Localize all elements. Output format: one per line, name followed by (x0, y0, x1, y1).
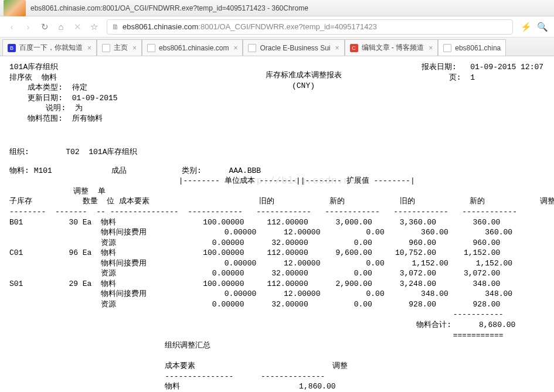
favicon (102, 44, 110, 52)
tab-0[interactable]: B百度一下，你就知道× (2, 39, 97, 56)
search-icon[interactable]: 🔍 (535, 22, 549, 32)
org-value: T02 101A库存组织 (66, 148, 137, 156)
item-range-label: 物料范围: (28, 114, 63, 123)
item-label: 物料: (9, 166, 29, 175)
favicon (443, 44, 451, 52)
window-title: ebs8061.chinasie.com:8001/OA_CGI/FNDWRR.… (30, 4, 550, 12)
data-table: |-------- 单位成本 --------||-------- 扩展值 --… (9, 176, 545, 340)
home-button[interactable]: ⌂ (54, 22, 68, 32)
page-label: 页: (449, 73, 461, 82)
report-currency: (CNY) (185, 81, 422, 91)
tab-1[interactable]: 主页× (97, 39, 142, 56)
favorite-button[interactable]: ☆ (87, 22, 101, 32)
tab-label: 百度一下，你就知道 (19, 43, 83, 53)
org-label: 组织: (9, 148, 29, 156)
watermark: http://blog.csdn.net/ (238, 176, 369, 186)
tabs-bar: B百度一下，你就知道×主页×ebs8061.chinasie.com×Oracl… (0, 38, 554, 56)
tab-4[interactable]: C编辑文章 - 博客频道× (345, 39, 439, 56)
tab-label: Oracle E-Business Sui (260, 44, 330, 52)
item-desc: 成品 (111, 166, 127, 175)
report-date-label: 报表日期: (422, 63, 457, 71)
favicon (147, 44, 155, 52)
forward-button[interactable]: › (21, 22, 35, 32)
item-range-value: 所有物料 (72, 114, 103, 123)
reload-button[interactable]: ↻ (38, 22, 52, 32)
report-date-value: 01-09-2015 12:07 (470, 63, 543, 71)
close-icon[interactable]: × (87, 44, 91, 52)
speed-icon[interactable]: ⚡ (519, 22, 533, 32)
update-date-value: 01-09-2015 (72, 94, 118, 103)
desc-label: 说明: (46, 104, 66, 113)
cost-type-value: 待定 (72, 83, 87, 92)
stop-button[interactable]: ✕ (70, 22, 84, 32)
avatar (4, 0, 26, 16)
close-icon[interactable]: × (335, 44, 339, 52)
tab-label: 编辑文章 - 博客频道 (362, 43, 424, 53)
navbar: ‹ › ↻ ⌂ ✕ ☆ 🗎 ebs8061.chinasie.com:8001/… (0, 16, 554, 38)
url-bar[interactable]: 🗎 ebs8061.chinasie.com:8001/OA_CGI/FNDWR… (107, 19, 513, 35)
sort-value: 物料 (42, 73, 57, 82)
tab-3[interactable]: Oracle E-Business Sui× (243, 39, 344, 56)
tab-label: ebs8061.chinasie.com (159, 44, 229, 52)
titlebar: ebs8061.chinasie.com:8001/OA_CGI/FNDWRR.… (0, 0, 554, 16)
item-value: M101 (34, 166, 52, 175)
favicon (248, 44, 256, 52)
url-text: ebs8061.chinasie.com:8001/OA_CGI/FNDWRR.… (123, 22, 377, 31)
desc-value: 为 (75, 104, 83, 113)
cat-value: AAA.BBB (229, 166, 261, 175)
favicon: C (350, 44, 358, 52)
sort-label: 排序依 (9, 73, 32, 82)
tab-label: ebs8061.china (455, 44, 501, 52)
update-date-label: 更新日期: (28, 94, 63, 103)
close-icon[interactable]: × (429, 44, 433, 52)
cat-label: 类别: (182, 166, 202, 175)
doc-icon: 🗎 (112, 23, 119, 31)
page-value: 1 (470, 73, 475, 82)
close-icon[interactable]: × (233, 44, 237, 52)
summary-table: 组织调整汇总 成本要素 调整 --------------- ---------… (9, 340, 545, 392)
report-content: 101A库存组织 排序依 物料 成本类型: 待定 更新日期: 01-09-201… (0, 56, 554, 392)
org-header: 101A库存组织 (9, 63, 58, 71)
back-button[interactable]: ‹ (5, 22, 19, 32)
report-title: 库存标准成本调整报表 (185, 70, 422, 81)
cost-type-label: 成本类型: (28, 83, 63, 92)
tab-label: 主页 (114, 43, 128, 53)
close-icon[interactable]: × (132, 44, 137, 52)
tab-2[interactable]: ebs8061.chinasie.com× (142, 39, 243, 56)
tab-5[interactable]: ebs8061.china (438, 39, 506, 56)
favicon: B (8, 44, 16, 52)
